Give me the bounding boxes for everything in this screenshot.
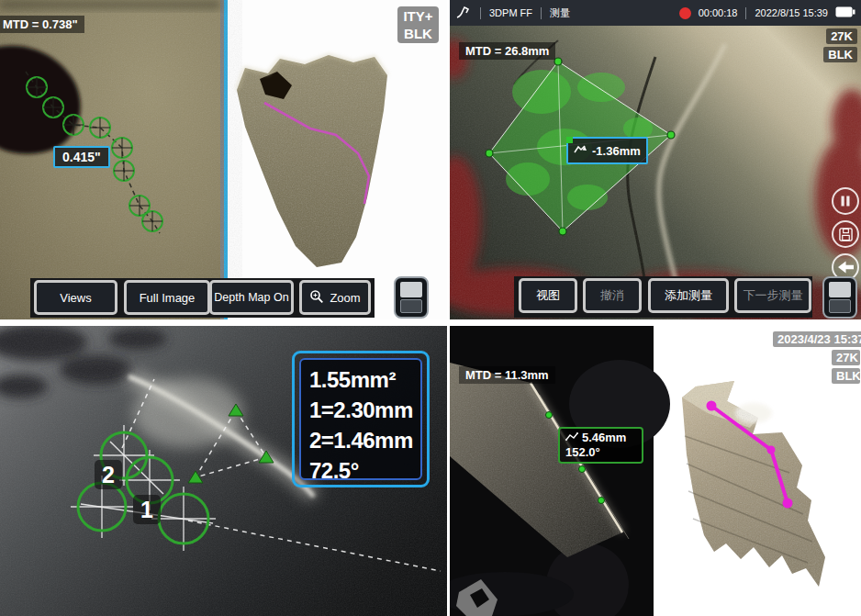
depth-map-button-label: Depth Map On — [214, 291, 288, 304]
zoom-button[interactable]: Zoom — [299, 280, 371, 315]
length-icon — [565, 431, 578, 445]
depth-map-button[interactable]: Depth Map On — [209, 280, 294, 315]
save-button[interactable] — [832, 220, 859, 248]
add-measurement-button[interactable]: 添加测量 — [648, 278, 729, 313]
toggle-inactive-segment — [829, 299, 851, 313]
pause-button[interactable] — [832, 187, 859, 215]
header-divider — [480, 7, 481, 19]
status-header: 3DPM FF 测量 00:00:18 2022/8/15 15:39 — [450, 0, 861, 26]
weld-seam — [129, 376, 314, 497]
panel-depth-profile: MTD = 0.738" 0.415" ITY+ BLK Views Full … — [0, 0, 447, 319]
measurement-result-label[interactable]: 5.46mm 152.0° — [558, 427, 643, 464]
header-divider — [541, 7, 542, 19]
toggle-inactive-segment — [400, 299, 422, 313]
resolution-badge: 27K — [832, 350, 860, 365]
mtd-readout: MTD = 0.738" — [0, 16, 84, 33]
header-divider — [745, 7, 746, 19]
results-box-inner: 1.55mm² 1=2.30mm 2=1.46mm 72.5° — [299, 358, 422, 480]
result-length-1: 1=2.30mm — [309, 395, 420, 425]
menu-tab-label[interactable]: 测量 — [550, 6, 570, 20]
measurement-value: 0.415" — [62, 150, 101, 164]
panel-area-depth-live: 3DPM FF 测量 00:00:18 2022/8/15 15:39 MTD … — [450, 0, 861, 319]
shadow-blobs — [0, 326, 167, 398]
measurement-result-label[interactable]: 0.415" — [53, 146, 110, 168]
result-length-2: 2=1.46mm — [309, 425, 420, 455]
record-time: 00:00:18 — [699, 7, 738, 18]
result-angle: 72.5° — [309, 455, 420, 486]
view-button-label: 视图 — [536, 287, 560, 304]
image-toggle[interactable] — [394, 276, 429, 319]
zoom-button-label: Zoom — [330, 291, 360, 305]
measurement-screens-collage: MTD = 0.738" 0.415" ITY+ BLK Views Full … — [0, 0, 861, 616]
mtd-readout: MTD = 26.8mm — [459, 42, 555, 60]
cursor-label-1: 1 — [133, 495, 161, 524]
probe-icon — [455, 5, 472, 21]
timestamp-badge: 2023/4/23 15:37 — [773, 331, 861, 347]
cursor-crosshairs — [71, 425, 216, 551]
next-measurement-label: 下一步测量 — [744, 287, 803, 304]
undo-button[interactable]: 撤消 — [583, 278, 642, 313]
measurement-length: 5.46mm — [582, 431, 626, 445]
view-button[interactable]: 视图 — [519, 278, 577, 313]
resolution-badge: 27K — [826, 28, 857, 44]
datetime-label: 2022/8/15 15:39 — [755, 7, 828, 18]
toggle-active-segment — [400, 282, 422, 297]
views-button[interactable]: Views — [34, 280, 117, 315]
mode-badge: BLK — [823, 47, 857, 62]
next-measurement-button[interactable]: 下一步测量 — [734, 278, 811, 313]
magnifier-icon — [309, 289, 324, 307]
inspection-image[interactable] — [0, 0, 220, 319]
result-area: 1.55mm² — [309, 364, 420, 395]
measurement-value: -1.36mm — [592, 144, 641, 158]
panel-length-angle[interactable]: 2 1 1.55mm² 1=2.30mm 2=1.46mm 72.5° — [0, 326, 447, 616]
pointcloud-view[interactable] — [228, 0, 447, 319]
cursor-label-2: 2 — [95, 460, 122, 489]
badge-line-2: BLK — [397, 25, 439, 42]
results-box[interactable]: 1.55mm² 1=2.30mm 2=1.46mm 72.5° — [292, 351, 430, 487]
inspection-image[interactable] — [450, 26, 861, 319]
depth-icon — [574, 144, 588, 158]
add-measurement-label: 添加测量 — [665, 287, 712, 304]
measure-mode-label: 3DPM FF — [489, 7, 532, 18]
battery-icon — [835, 6, 855, 19]
full-image-button-label: Full Image — [140, 291, 196, 305]
image-mode-badge: ITY+ BLK — [397, 6, 439, 43]
image-toggle[interactable] — [822, 276, 857, 319]
active-cursor-square — [566, 137, 573, 143]
weld-glow — [129, 376, 314, 497]
mtd-readout: MTD = 11.3mm — [459, 366, 555, 384]
badge-line-1: ITY+ — [397, 7, 439, 25]
panel-length-pointcloud: MTD = 11.3mm 2023/4/23 15:37 27K BLK 5.4… — [450, 326, 861, 616]
measurement-result-label[interactable]: -1.36mm — [566, 137, 648, 164]
views-button-label: Views — [60, 291, 91, 305]
mode-badge: BLK — [832, 368, 860, 384]
toggle-active-segment — [829, 282, 851, 297]
undo-button-label: 撤消 — [600, 287, 624, 304]
plane-marker-triangles — [188, 404, 274, 483]
record-dot — [679, 7, 691, 19]
pointcloud-view[interactable] — [654, 326, 861, 616]
full-image-button[interactable]: Full Image — [124, 280, 210, 315]
measurement-angle: 152.0° — [565, 445, 600, 460]
weld-bright-blob — [133, 378, 243, 448]
